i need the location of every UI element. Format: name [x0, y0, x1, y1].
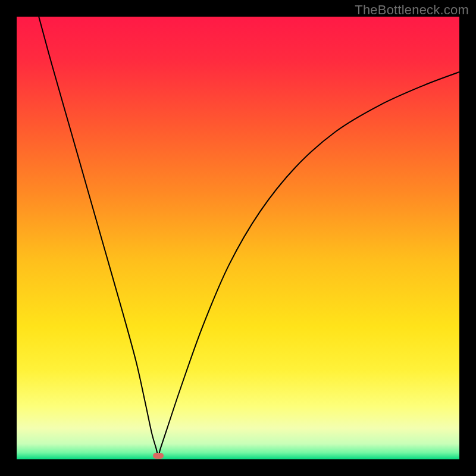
chart-curve: [17, 17, 459, 459]
chart-plot-area: [17, 17, 459, 459]
optimal-point-marker: [153, 453, 164, 459]
watermark-text: TheBottleneck.com: [355, 2, 469, 18]
